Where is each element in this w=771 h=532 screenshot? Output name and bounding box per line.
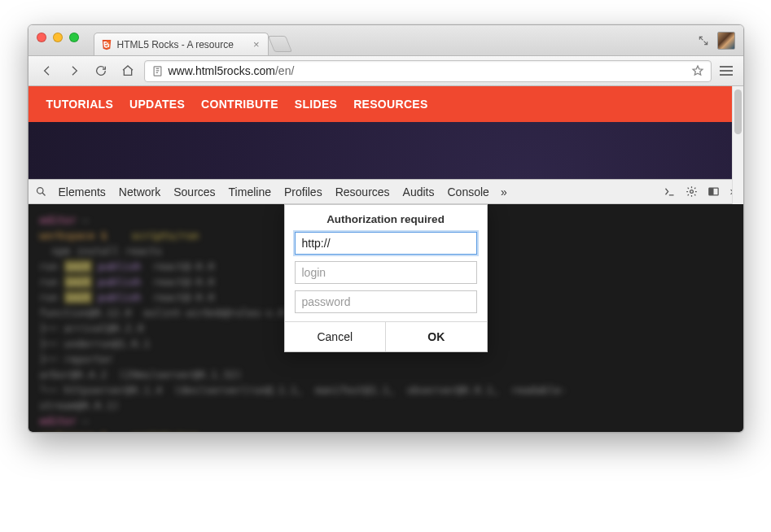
url-text: www.html5rocks.com/en/ — [169, 64, 686, 77]
devtools-console[interactable]: editor — workspace $ scripts/run npm ins… — [28, 204, 743, 432]
tab-title: HTML5 Rocks - A resource — [117, 39, 247, 50]
devtools-overflow-icon[interactable]: » — [501, 185, 507, 198]
reload-button[interactable] — [90, 61, 112, 81]
back-button[interactable] — [37, 61, 58, 81]
devtools-drawer-icon[interactable] — [664, 185, 676, 198]
svg-rect-4 — [709, 188, 714, 195]
devtools-tab-elements[interactable]: Elements — [59, 185, 106, 198]
devtools-tab-resources[interactable]: Resources — [335, 185, 390, 198]
fullscreen-icon[interactable] — [698, 35, 709, 46]
devtools-tabs: Elements Network Sources Timeline Profil… — [59, 185, 489, 198]
devtools-tab-profiles[interactable]: Profiles — [284, 185, 322, 198]
svg-point-1 — [37, 188, 43, 194]
nav-slides[interactable]: SLIDES — [295, 98, 337, 111]
browser-toolbar: www.html5rocks.com/en/ — [28, 56, 743, 86]
devtools-tab-console[interactable]: Console — [448, 185, 489, 198]
traffic-lights — [37, 33, 79, 42]
auth-ok-button[interactable]: OK — [385, 322, 487, 351]
devtools-dock-icon[interactable] — [707, 185, 720, 198]
auth-dialog-title: Authorization required — [285, 205, 487, 232]
new-tab-button[interactable] — [267, 36, 291, 52]
site-info-icon[interactable] — [151, 65, 164, 77]
tab-close-icon[interactable]: × — [252, 38, 261, 50]
forward-button[interactable] — [64, 61, 85, 81]
profile-avatar[interactable] — [717, 32, 735, 50]
site-nav: TUTORIALS UPDATES CONTRIBUTE SLIDES RESO… — [28, 86, 743, 122]
address-bar[interactable]: www.html5rocks.com/en/ — [144, 60, 712, 82]
window-zoom-button[interactable] — [69, 33, 79, 42]
window-titlebar: HTML5 Rocks - A resource × — [28, 25, 743, 56]
browser-tab[interactable]: HTML5 Rocks - A resource × — [94, 33, 269, 55]
url-path: /en/ — [275, 64, 294, 77]
nav-tutorials[interactable]: TUTORIALS — [46, 98, 114, 111]
auth-cancel-button[interactable]: Cancel — [285, 322, 386, 351]
devtools-panel: Elements Network Sources Timeline Profil… — [28, 179, 743, 432]
home-button[interactable] — [117, 61, 138, 81]
devtools-settings-icon[interactable] — [686, 185, 698, 198]
nav-updates[interactable]: UPDATES — [129, 98, 185, 111]
devtools-tab-sources[interactable]: Sources — [173, 185, 215, 198]
auth-password-input[interactable] — [295, 290, 477, 313]
chrome-menu-icon[interactable] — [717, 63, 735, 79]
devtools-tab-timeline[interactable]: Timeline — [229, 185, 271, 198]
auth-dialog: Authorization required Cancel OK — [284, 204, 488, 352]
bookmark-star-icon[interactable] — [691, 64, 704, 77]
html5-favicon-icon — [101, 39, 112, 50]
devtools-toolbar: Elements Network Sources Timeline Profil… — [28, 180, 743, 204]
nav-contribute[interactable]: CONTRIBUTE — [201, 98, 278, 111]
page-hero — [28, 122, 743, 179]
nav-resources[interactable]: RESOURCES — [353, 98, 427, 111]
svg-point-2 — [690, 190, 694, 194]
scrollbar-thumb[interactable] — [734, 89, 742, 134]
auth-login-input[interactable] — [295, 261, 477, 284]
devtools-tab-audits[interactable]: Audits — [403, 185, 435, 198]
browser-window: HTML5 Rocks - A resource × — [28, 24, 744, 433]
url-host: www.html5rocks.com — [169, 64, 275, 77]
devtools-search-icon[interactable] — [35, 185, 47, 198]
window-close-button[interactable] — [37, 33, 46, 42]
window-minimize-button[interactable] — [53, 33, 63, 42]
devtools-tab-network[interactable]: Network — [119, 185, 160, 198]
auth-url-input[interactable] — [295, 232, 477, 255]
page-viewport: TUTORIALS UPDATES CONTRIBUTE SLIDES RESO… — [28, 86, 743, 432]
